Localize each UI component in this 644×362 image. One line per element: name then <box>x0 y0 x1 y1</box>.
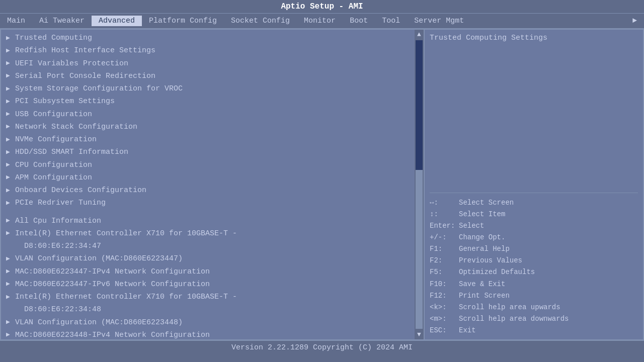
menu-entry-usb-config[interactable]: ▶USB Configuration <box>1 108 424 121</box>
key-label: +/-: <box>430 232 456 243</box>
key-help: ↔:Select Screen↕:Select ItemEnter:Select… <box>430 193 638 336</box>
entry-text-usb-config: USB Configuration <box>15 109 92 120</box>
menu-entry-trusted-computing[interactable]: ▶Trusted Computing <box>1 32 424 44</box>
arrow-icon-vlan-config-2: ▶ <box>6 317 15 327</box>
menu-entry-mac-ipv4-2[interactable]: ▶MAC:D860E6223448-IPv4 Network Configura… <box>1 329 424 339</box>
scroll-down-button[interactable]: ▼ <box>416 330 422 339</box>
menu-item-►[interactable]: ► <box>625 16 644 26</box>
menu-entry-intel-eth-x710-2-mac[interactable]: D8:60:E6:22:34:48 <box>1 303 424 316</box>
entry-text-intel-eth-x710-2: Intel(R) Ethernet Controller X710 for 10… <box>15 291 237 303</box>
key-help-line: F5:Optimized Defaults <box>430 266 638 278</box>
entry-text-redfish-host: Redfish Host Interface Settings <box>15 45 155 56</box>
menu-entry-vlan-config-2[interactable]: ▶VLAN Configuration (MAC:D860E6223448) <box>1 316 424 329</box>
menu-item-server-mgmt[interactable]: Server Mgmt <box>407 16 471 26</box>
menu-entry-mac-ipv6-1[interactable]: ▶MAC:D860E6223447-IPv6 Network Configura… <box>1 278 424 291</box>
entry-text-vlan-config-1: VLAN Configuration (MAC:D860E6223447) <box>15 253 183 264</box>
entry-text-pcie-redriver: PCIe Redriver Tuning <box>15 197 106 209</box>
arrow-icon-onboard-devices: ▶ <box>6 186 15 196</box>
arrow-icon-trusted-computing: ▶ <box>6 33 15 43</box>
entry-text-nvme-config: NVMe Configuration <box>15 134 97 145</box>
menu-entry-intel-eth-x710-1-mac[interactable]: D8:60:E6:22:34:47 <box>1 240 424 252</box>
entry-text-all-cpu-info: All Cpu Information <box>15 215 101 227</box>
key-help-line: F2:Previous Values <box>430 255 638 266</box>
key-action: Previous Values <box>459 255 522 266</box>
menu-entry-pcie-redriver[interactable]: ▶PCIe Redriver Tuning <box>1 197 424 209</box>
entry-text-network-stack: Network Stack Configuration <box>15 121 137 133</box>
scroll-track <box>416 40 423 329</box>
right-panel: Trusted Computing Settings ↔:Select Scre… <box>424 30 643 339</box>
arrow-icon-vlan-config-1: ▶ <box>6 254 15 264</box>
key-action: Select Screen <box>459 197 514 209</box>
key-label: F10: <box>430 279 456 290</box>
menu-entry-pci-subsystem[interactable]: ▶PCI Subsystem Settings <box>1 95 424 108</box>
menu-item-ai-tweaker[interactable]: Ai Tweaker <box>32 16 92 26</box>
menu-entry-cpu-config[interactable]: ▶CPU Configuration <box>1 159 424 171</box>
key-label: <k>: <box>430 302 456 313</box>
entry-text-intel-eth-x710-2-mac: D8:60:E6:22:34:48 <box>15 304 101 315</box>
arrow-icon-network-stack: ▶ <box>6 122 15 132</box>
menu-entry-apm-config[interactable]: ▶APM Configuration <box>1 171 424 184</box>
entry-text-mac-ipv4-1: MAC:D860E6223447-IPv4 Network Configurat… <box>15 266 210 278</box>
key-action: Optimized Defaults <box>459 266 535 278</box>
key-help-line: +/-:Change Opt. <box>430 232 638 243</box>
arrow-icon-all-cpu-info: ▶ <box>6 216 15 226</box>
entry-text-intel-eth-x710-1: Intel(R) Ethernet Controller X710 for 10… <box>15 228 237 239</box>
key-help-line: F1:General Help <box>430 243 638 255</box>
menu-entry-nvme-config[interactable]: ▶NVMe Configuration <box>1 133 424 146</box>
scrollbar[interactable]: ▲ ▼ <box>415 30 424 339</box>
menu-item-main[interactable]: Main <box>0 16 32 26</box>
left-panel: ▶Trusted Computing▶Redfish Host Interfac… <box>1 30 424 339</box>
menu-bar: MainAi TweakerAdvancedPlatform ConfigSoc… <box>0 13 644 29</box>
menu-item-tool[interactable]: Tool <box>375 16 407 26</box>
scroll-up-button[interactable]: ▲ <box>416 30 422 39</box>
entry-text-mac-ipv6-1: MAC:D860E6223447-IPv6 Network Configurat… <box>15 279 210 290</box>
key-label: ↔: <box>430 197 456 209</box>
menu-entry-network-stack[interactable]: ▶Network Stack Configuration <box>1 121 424 133</box>
key-label: ↕: <box>430 209 456 220</box>
entry-text-cpu-config: CPU Configuration <box>15 159 92 171</box>
entry-text-system-storage: System Storage Configuration for VROC <box>15 83 183 95</box>
menu-entry-intel-eth-x710-1[interactable]: ▶Intel(R) Ethernet Controller X710 for 1… <box>1 227 424 240</box>
arrow-icon-pcie-redriver: ▶ <box>6 198 15 208</box>
menu-spacer <box>1 210 424 215</box>
menu-entry-system-storage[interactable]: ▶System Storage Configuration for VROC <box>1 82 424 95</box>
arrow-icon-mac-ipv4-2: ▶ <box>6 330 15 339</box>
key-label: F5: <box>430 266 456 278</box>
arrow-icon-hdd-ssd: ▶ <box>6 147 15 157</box>
arrow-icon-usb-config: ▶ <box>6 109 15 119</box>
key-help-line: Enter:Select <box>430 220 638 232</box>
menu-entry-hdd-ssd[interactable]: ▶HDD/SSD SMART Information <box>1 146 424 158</box>
menu-entry-intel-eth-x710-2[interactable]: ▶Intel(R) Ethernet Controller X710 for 1… <box>1 291 424 303</box>
arrow-icon-redfish-host: ▶ <box>6 46 15 56</box>
menu-item-boot[interactable]: Boot <box>343 16 375 26</box>
menu-entry-onboard-devices[interactable]: ▶Onboard Devices Configuration <box>1 184 424 197</box>
key-label: F2: <box>430 255 456 266</box>
menu-entry-uefi-variables[interactable]: ▶UEFI Variables Protection <box>1 57 424 70</box>
menu-entry-redfish-host[interactable]: ▶Redfish Host Interface Settings <box>1 44 424 57</box>
key-action: Exit <box>459 325 476 336</box>
title-bar: Aptio Setup - AMI <box>0 0 644 13</box>
key-label: Enter: <box>430 220 456 232</box>
menu-item-monitor[interactable]: Monitor <box>297 16 343 26</box>
key-action: Save & Exit <box>459 279 505 290</box>
key-help-line: ↕:Select Item <box>430 209 638 220</box>
entry-text-serial-port: Serial Port Console Redirection <box>15 70 155 82</box>
help-title: Trusted Computing Settings <box>430 33 638 44</box>
arrow-icon-nvme-config: ▶ <box>6 135 15 145</box>
key-action: Print Screen <box>459 290 510 302</box>
key-label: <m>: <box>430 313 456 325</box>
entry-text-pci-subsystem: PCI Subsystem Settings <box>15 96 115 107</box>
menu-item-advanced[interactable]: Advanced <box>92 16 142 26</box>
entry-text-trusted-computing: Trusted Computing <box>15 32 92 44</box>
key-action: General Help <box>459 243 510 255</box>
menu-entry-vlan-config-1[interactable]: ▶VLAN Configuration (MAC:D860E6223447) <box>1 252 424 265</box>
menu-item-socket-config[interactable]: Socket Config <box>224 16 297 26</box>
arrow-icon-mac-ipv6-1: ▶ <box>6 279 15 289</box>
menu-entry-all-cpu-info[interactable]: ▶All Cpu Information <box>1 215 424 227</box>
menu-item-platform-config[interactable]: Platform Config <box>142 16 224 26</box>
entry-text-hdd-ssd: HDD/SSD SMART Information <box>15 146 128 158</box>
entry-text-intel-eth-x710-1-mac: D8:60:E6:22:34:47 <box>15 240 101 252</box>
menu-entry-mac-ipv4-1[interactable]: ▶MAC:D860E6223447-IPv4 Network Configura… <box>1 265 424 278</box>
menu-entry-serial-port[interactable]: ▶Serial Port Console Redirection <box>1 70 424 82</box>
key-help-line: ESC:Exit <box>430 325 638 336</box>
